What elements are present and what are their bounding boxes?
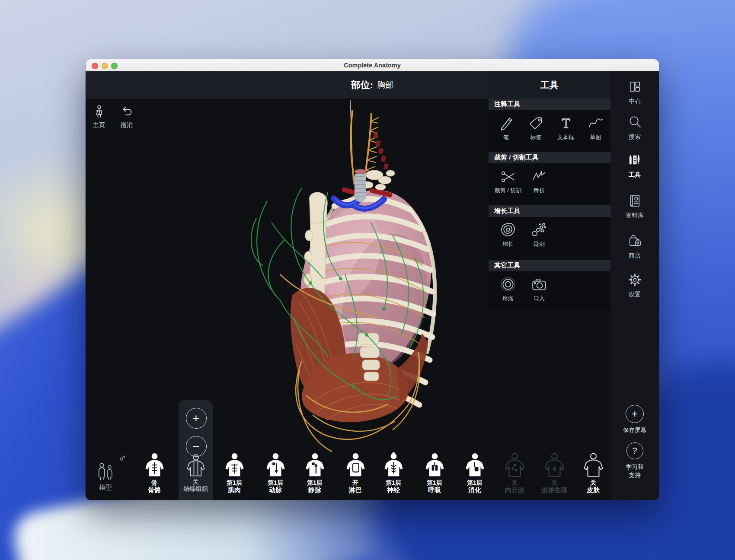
toggle-skin[interactable]: 关 皮肤 [569, 452, 617, 493]
zoom-controls: + − 关 结缔组织 [179, 400, 213, 500]
pain-icon [500, 276, 516, 293]
region-label: 部位: [351, 79, 373, 92]
bone-spur-icon [531, 222, 547, 238]
undo-button[interactable]: 撤消 [120, 105, 133, 129]
trachea [355, 169, 366, 202]
import-icon [531, 276, 547, 293]
fullscreen-button[interactable] [111, 63, 118, 69]
toggle-nervous[interactable]: 第1层 神经 [370, 452, 417, 493]
sidebar-item-search[interactable]: 搜索 [610, 115, 659, 141]
lymphatic-figure-icon [344, 452, 367, 478]
store-icon [627, 233, 642, 248]
question-icon: ? [626, 442, 643, 459]
fracture-icon [531, 168, 547, 185]
tools-panel: 工具 注释工具 笔 标签 T [489, 71, 610, 307]
textframe-tool[interactable]: T 文本框 [551, 115, 581, 141]
sidebar-item-tools[interactable]: 工具 [610, 153, 659, 179]
pen-icon [498, 115, 514, 131]
window-titlebar[interactable]: Complete Anatomy [86, 59, 659, 71]
toggle-muscles[interactable]: 第1层 肌肉 [211, 452, 258, 493]
section-other-tools: 其它工具 [489, 260, 610, 271]
settings-icon [627, 272, 642, 287]
model-figures-icon [96, 462, 115, 480]
library-icon [627, 193, 642, 208]
app-window: Complete Anatomy 部位: 胸部 主页 撤消 [86, 59, 659, 500]
tag-icon [528, 115, 544, 131]
cut-tool[interactable]: 裁剪 / 切割 [492, 168, 524, 194]
undo-label: 撤消 [121, 121, 133, 129]
sidebar-item-center[interactable]: 中心 [610, 79, 659, 105]
section-cut-tools: 裁剪 / 切割工具 [489, 152, 610, 163]
model-selector[interactable]: 模型 [96, 462, 115, 492]
digestive-figure-icon [463, 452, 486, 478]
sketch-icon [588, 115, 604, 131]
right-sidebar: 中心 搜索 工具 [610, 71, 659, 500]
minimize-button[interactable] [102, 63, 108, 69]
plus-icon: + [626, 405, 644, 423]
toggle-skeleton[interactable]: 骨 骨骼 [131, 452, 178, 493]
endocrine-figure-icon [503, 452, 526, 478]
sketch-tool[interactable]: 草图 [581, 115, 610, 141]
veins-figure-icon [304, 452, 326, 478]
muscles-figure-icon [223, 452, 246, 478]
window-controls [92, 63, 118, 69]
skeleton-figure-icon [143, 452, 166, 478]
center-icon [627, 79, 642, 94]
skin-figure-icon [582, 452, 605, 478]
home-body-icon [93, 105, 105, 118]
tools-icon [627, 153, 642, 168]
male-symbol: ♂ [118, 452, 127, 465]
nervous-figure-icon [382, 452, 405, 478]
region-value: 胸部 [377, 80, 393, 91]
growth-tool[interactable]: 增长 [492, 222, 524, 248]
pain-tool[interactable]: 疼痛 [492, 276, 524, 302]
fracture-tool[interactable]: 骨折 [524, 168, 555, 194]
scissors-icon [500, 168, 516, 185]
pen-tool[interactable]: 笔 [491, 115, 521, 141]
sidebar-item-library[interactable]: 资料库 [610, 193, 659, 220]
sidebar-item-store[interactable]: 商店 [610, 233, 659, 260]
close-button[interactable] [92, 63, 98, 69]
app-content: 部位: 胸部 主页 撤消 [86, 71, 659, 500]
home-label: 主页 [93, 121, 105, 129]
search-icon [627, 115, 642, 130]
connective-figure-icon [185, 454, 207, 478]
zoom-in-button[interactable]: + [186, 408, 207, 429]
tools-panel-title: 工具 [489, 71, 610, 99]
section-annotation-tools: 注释工具 [489, 99, 610, 110]
section-growth-tools: 增长工具 [489, 205, 610, 217]
bone-spur-tool[interactable]: 骨刺 [524, 222, 555, 248]
save-screen-button[interactable]: + 保存屏幕 [610, 405, 659, 434]
urogenital-figure-icon [543, 452, 566, 478]
growth-icon [500, 222, 516, 238]
textframe-icon: T [558, 115, 574, 131]
window-title: Complete Anatomy [86, 62, 659, 69]
learn-support-button[interactable]: ? 学习和 支持 [610, 442, 659, 479]
arteries-figure-icon [264, 452, 287, 478]
undo-arrow-icon [120, 105, 133, 118]
import-tool[interactable]: 导入 [524, 276, 555, 302]
respiratory-figure-icon [423, 452, 446, 478]
label-tool[interactable]: 标签 [521, 115, 551, 141]
model-label: 模型 [99, 484, 112, 492]
home-button[interactable]: 主页 [93, 105, 105, 129]
sidebar-item-settings[interactable]: 设置 [610, 272, 659, 299]
svg-text:T: T [562, 116, 570, 131]
anatomy-3d-model[interactable] [241, 93, 483, 465]
